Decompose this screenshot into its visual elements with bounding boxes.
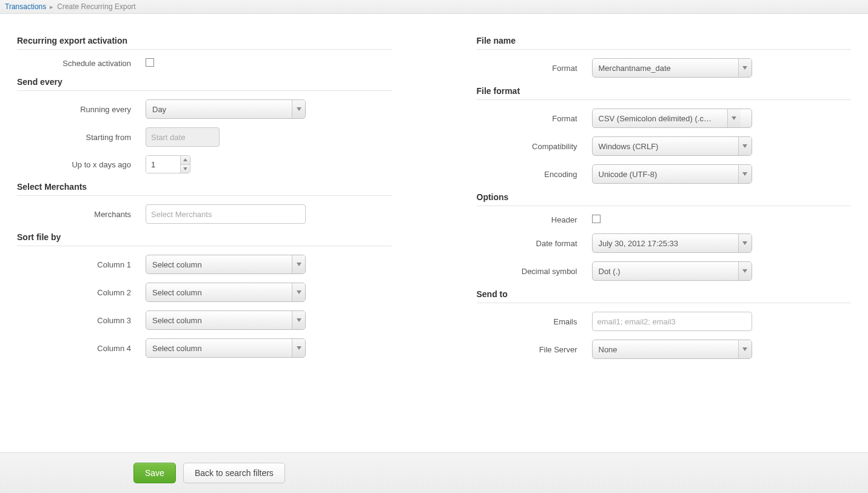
- compat-select[interactable]: Windows (CRLF): [592, 136, 752, 156]
- breadcrumb: Transactions ▸ Create Recurring Export: [0, 0, 868, 14]
- decimal-label: Decimal symbol: [477, 267, 592, 276]
- up-to-days-label: Up to x days ago: [17, 160, 146, 169]
- chevron-down-icon: [292, 100, 305, 118]
- section-sort-title: Sort file by: [17, 232, 392, 246]
- date-format-label: Date format: [477, 239, 592, 248]
- schedule-activation-label: Schedule activation: [17, 59, 146, 68]
- breadcrumb-parent-link[interactable]: Transactions: [5, 2, 46, 11]
- sort-col1-select[interactable]: Select column: [146, 255, 306, 274]
- section-merchants-title: Select Merchants: [17, 182, 392, 196]
- stepper-down-icon[interactable]: [181, 165, 190, 173]
- section-filename-title: File name: [477, 36, 852, 50]
- emails-input[interactable]: [592, 312, 752, 331]
- header-option-label: Header: [477, 215, 592, 224]
- filename-format-label: Format: [477, 64, 592, 73]
- chevron-down-icon: [292, 311, 305, 329]
- chevron-down-icon: [292, 339, 305, 357]
- section-activation-title: Recurring export activation: [17, 36, 392, 50]
- encoding-select[interactable]: Unicode (UTF-8): [592, 164, 752, 184]
- running-every-label: Running every: [17, 105, 146, 114]
- encoding-label: Encoding: [477, 170, 592, 179]
- left-column: Recurring export activation Schedule act…: [17, 31, 392, 367]
- sort-col4-select[interactable]: Select column: [146, 338, 306, 358]
- chevron-down-icon: [738, 59, 752, 77]
- header-checkbox[interactable]: [592, 215, 601, 223]
- fileserver-label: File Server: [477, 345, 592, 354]
- section-options-title: Options: [477, 192, 852, 206]
- chevron-right-icon: ▸: [50, 3, 53, 11]
- fileformat-format-label: Format: [477, 114, 592, 123]
- chevron-down-icon: [738, 137, 752, 155]
- schedule-activation-checkbox[interactable]: [146, 58, 154, 67]
- starting-from-label: Starting from: [17, 133, 146, 142]
- date-format-select[interactable]: July 30, 2012 17:25:33: [592, 233, 752, 253]
- chevron-down-icon: [738, 340, 752, 358]
- merchants-label: Merchants: [17, 210, 146, 219]
- chevron-down-icon: [727, 109, 741, 127]
- emails-label: Emails: [477, 317, 592, 326]
- sort-col4-label: Column 4: [17, 344, 146, 353]
- sort-col2-select[interactable]: Select column: [146, 283, 306, 302]
- right-column: File name Format Merchantname_date File …: [477, 31, 852, 367]
- sort-col2-label: Column 2: [17, 288, 146, 297]
- section-send-every-title: Send every: [17, 77, 392, 91]
- starting-from-input[interactable]: [146, 127, 220, 147]
- fileserver-select[interactable]: None: [592, 340, 752, 359]
- running-every-select[interactable]: Day: [146, 99, 306, 119]
- chevron-down-icon: [292, 255, 305, 273]
- chevron-down-icon: [738, 234, 752, 252]
- sort-col3-select[interactable]: Select column: [146, 310, 306, 330]
- sort-col1-label: Column 1: [17, 260, 146, 269]
- section-fileformat-title: File format: [477, 86, 852, 100]
- chevron-down-icon: [292, 283, 305, 301]
- breadcrumb-current: Create Recurring Export: [57, 2, 135, 11]
- sort-col3-label: Column 3: [17, 316, 146, 325]
- up-to-days-stepper[interactable]: 1: [146, 155, 190, 173]
- section-sendto-title: Send to: [477, 289, 852, 303]
- chevron-down-icon: [738, 165, 752, 183]
- compat-label: Compatibility: [477, 142, 592, 151]
- fileformat-format-select[interactable]: CSV (Semicolon delimited) (.c…: [592, 109, 752, 128]
- chevron-down-icon: [738, 262, 752, 280]
- merchants-input[interactable]: [146, 204, 306, 224]
- stepper-up-icon[interactable]: [181, 156, 190, 165]
- filename-format-select[interactable]: Merchantname_date: [592, 58, 752, 78]
- decimal-select[interactable]: Dot (.): [592, 261, 752, 281]
